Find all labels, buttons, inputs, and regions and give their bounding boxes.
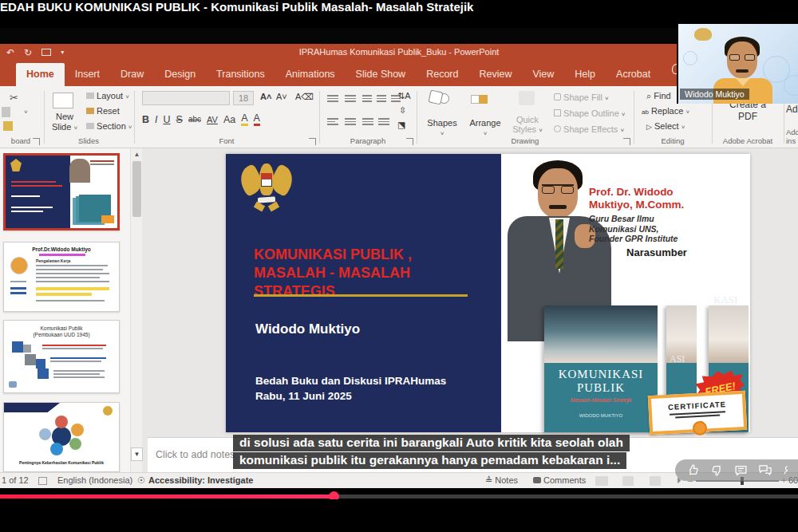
tab-review[interactable]: Review — [468, 63, 522, 86]
drawing-dialog-launcher-icon[interactable] — [623, 138, 630, 145]
thumb4-caption: Pentingnya Keberhasilan Komunikasi Publi… — [4, 460, 119, 465]
addins-button[interactable]: Add-ins — [786, 104, 798, 115]
reset-button[interactable]: Reset — [86, 106, 120, 116]
font-size-input[interactable]: 18 — [233, 91, 254, 105]
scroll-down-icon[interactable]: ▼ — [131, 447, 143, 461]
thumbnail-slide-2[interactable]: Prof.Dr.Widodo Muktiyo Pengalaman Kerja — [3, 242, 120, 312]
replace-button[interactable]: ab Replace ˅ — [642, 106, 689, 116]
italic-button[interactable]: I — [155, 114, 157, 125]
comments-toggle[interactable]: Comments — [533, 475, 586, 485]
thumbs-up-icon[interactable] — [686, 463, 700, 477]
arrange-button[interactable]: Arrange˅ — [464, 118, 506, 137]
char-spacing-button[interactable]: AV — [207, 115, 218, 124]
scroll-up-icon[interactable]: ▲ — [131, 148, 143, 160]
grow-font-icon[interactable]: A˄ — [260, 92, 271, 101]
display-settings-icon[interactable] — [38, 477, 47, 485]
underline-button[interactable]: U — [164, 114, 171, 125]
thumb2-subtitle: Pengalaman Kerja — [36, 258, 70, 263]
change-case-button[interactable]: Aa — [223, 114, 235, 125]
comment-icon[interactable] — [734, 463, 748, 477]
slide-sorter-icon[interactable] — [622, 476, 634, 486]
paragraph-group-label: Paragraph — [321, 136, 415, 145]
clear-formatting-icon[interactable]: A⌫ — [295, 92, 314, 102]
paste-dropdown-icon[interactable]: ˅ — [24, 108, 28, 116]
clipboard-dialog-launcher-icon[interactable] — [33, 138, 40, 145]
start-slideshow-icon[interactable] — [41, 49, 51, 56]
shrink-font-icon[interactable]: A˅ — [276, 92, 287, 101]
slide-canvas[interactable]: KOMUNIKASI PUBLIK , MASALAH - MASALAH ST… — [226, 154, 750, 432]
tab-design[interactable]: Design — [154, 63, 206, 86]
tab-view[interactable]: View — [522, 63, 564, 86]
notes-icon: ≜ — [485, 475, 492, 485]
tab-record[interactable]: Record — [416, 63, 468, 86]
slides-group: New Slide ˅ Layout ˅ Reset Section ˅ Sli… — [45, 86, 132, 148]
tab-acrobat[interactable]: Acrobat — [606, 63, 661, 86]
tab-transitions[interactable]: Transitions — [206, 63, 275, 86]
bullets-icon[interactable] — [327, 93, 338, 104]
align-right-icon[interactable] — [362, 116, 373, 127]
qat-customize-icon[interactable]: ▾ — [61, 49, 64, 56]
shapes-button[interactable]: Shapes˅ — [423, 118, 461, 137]
shadow-button[interactable]: S — [176, 114, 183, 125]
tab-home[interactable]: Home — [16, 63, 65, 86]
progress-bar[interactable] — [0, 495, 798, 499]
align-text-icon[interactable]: ⇳ — [399, 105, 406, 116]
new-slide-button[interactable]: New Slide ˅ — [46, 112, 83, 133]
accessibility-status[interactable]: Accessibility: Investigate — [148, 475, 253, 485]
justify-icon[interactable] — [378, 116, 389, 127]
decrease-indent-icon[interactable] — [362, 93, 372, 104]
tab-draw[interactable]: Draw — [110, 63, 154, 86]
text-direction-icon[interactable]: ⇅A — [397, 91, 411, 101]
quick-access-toolbar: ↶ ↻ ▾ — [6, 44, 64, 61]
youtube-player: EDAH BUKU KOMUNIKASI PUBLIK - Komunikasi… — [0, 0, 798, 532]
copy-icon[interactable] — [2, 107, 10, 117]
align-left-icon[interactable] — [327, 116, 338, 127]
thumbnail-slide-1[interactable] — [3, 153, 120, 231]
font-color-button[interactable]: A — [254, 112, 260, 126]
tab-animations[interactable]: Animations — [275, 63, 346, 86]
language-status[interactable]: English (Indonesia) — [57, 475, 132, 485]
tab-slideshow[interactable]: Slide Show — [346, 63, 417, 86]
undo-icon[interactable]: ↶ — [6, 47, 14, 58]
notes-placeholder[interactable]: Click to add notes — [156, 449, 235, 460]
highlight-button[interactable]: A — [241, 112, 247, 126]
find-button[interactable]: ⌕ Find — [646, 91, 671, 101]
shape-outline-button[interactable]: Shape Outline ˅ — [554, 108, 626, 118]
smartart-icon[interactable]: ⬔ — [397, 120, 405, 130]
layout-button[interactable]: Layout ˅ — [86, 91, 129, 100]
section-button[interactable]: Section ˅ — [86, 121, 132, 131]
slide-title: KOMUNIKASI PUBLIK , MASALAH - MASALAH ST… — [254, 246, 493, 301]
ppt-workspace: Prof.Dr.Widodo Muktiyo Pengalaman Kerja — [0, 148, 798, 472]
cut-icon[interactable]: ✂ — [10, 92, 18, 104]
select-button[interactable]: ▷ Select ˅ — [646, 121, 685, 131]
numbering-icon[interactable] — [345, 93, 356, 104]
thumbnail-slide-4[interactable]: Pentingnya Keberhasilan Komunikasi Publi… — [3, 402, 120, 472]
shape-fill-button[interactable]: Shape Fill ˅ — [554, 93, 609, 102]
tab-help[interactable]: Help — [564, 63, 606, 86]
strikethrough-button[interactable]: abc — [188, 115, 201, 124]
quick-styles-button[interactable]: Quick Styles ˅ — [508, 115, 547, 136]
tab-insert[interactable]: Insert — [65, 63, 110, 86]
align-center-icon[interactable] — [345, 116, 356, 127]
reaction-bar — [675, 459, 798, 481]
notes-toggle[interactable]: ≜ Notes — [485, 475, 518, 486]
thumbnail-slide-3[interactable]: Komunikasi Publik (Pembukaan UUD 1945) — [3, 320, 120, 393]
font-name-input[interactable] — [142, 91, 230, 105]
thumb3-title: Komunikasi Publik (Pembukaan UUD 1945) — [4, 325, 119, 338]
thumbs-down-icon[interactable] — [710, 463, 724, 477]
chat-bubbles-icon[interactable] — [758, 463, 772, 477]
normal-view-icon[interactable] — [595, 476, 608, 486]
font-dialog-launcher-icon[interactable] — [309, 138, 316, 145]
certificate-graphic: CERTIFICATE — [648, 391, 747, 435]
increase-indent-icon[interactable] — [377, 93, 386, 104]
person-reaction-icon[interactable] — [783, 463, 794, 477]
scrollbar-thumb[interactable] — [132, 161, 141, 217]
format-painter-icon[interactable] — [3, 121, 13, 131]
thumbnail-scrollbar[interactable]: ▲ ▼ — [130, 148, 142, 472]
acrobat-group-label: Adobe Acrobat — [713, 136, 782, 145]
paragraph-dialog-launcher-icon[interactable] — [406, 138, 413, 145]
reading-view-icon[interactable] — [650, 476, 661, 486]
bold-button[interactable]: B — [142, 114, 149, 125]
redo-icon[interactable]: ↻ — [24, 47, 32, 58]
shape-effects-button[interactable]: Shape Effects ˅ — [554, 124, 624, 134]
